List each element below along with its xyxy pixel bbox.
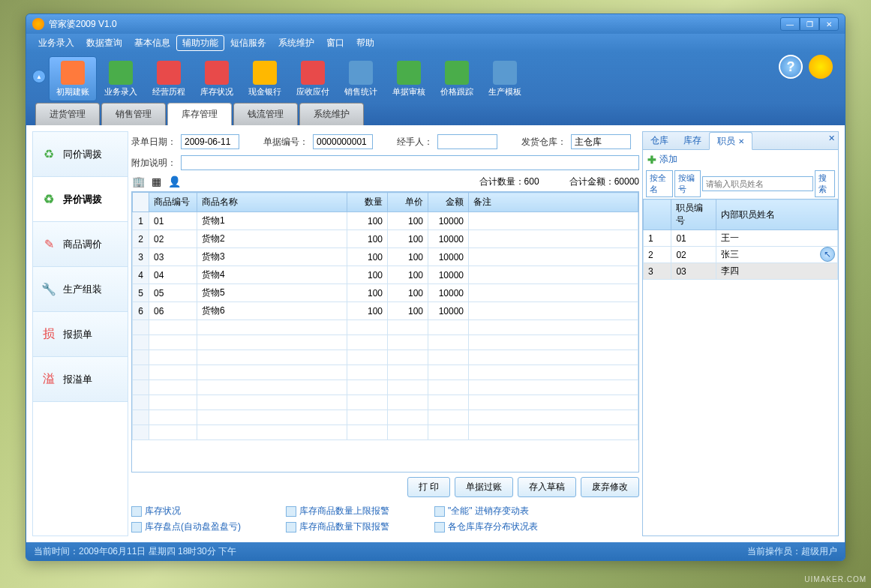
toolbar-button-0[interactable]: 初期建账 [49, 56, 97, 101]
tab-close-icon[interactable]: ✕ [738, 137, 744, 146]
toolbar-button-3[interactable]: 库存状况 [193, 56, 241, 101]
docno-input[interactable] [313, 134, 373, 149]
right-tab-0[interactable]: 仓库 [643, 132, 676, 149]
sidebar-item-1[interactable]: ♻异价调拨 [33, 177, 128, 222]
sidebar-item-4[interactable]: 损报损单 [33, 312, 128, 357]
table-row-empty[interactable] [133, 410, 638, 425]
main-tab-1[interactable]: 销售管理 [101, 103, 166, 125]
sidebar-item-2[interactable]: ✎商品调价 [33, 222, 128, 267]
sidebar-item-0[interactable]: ♻同价调拨 [33, 132, 128, 177]
handler-input[interactable] [437, 134, 497, 149]
main-tab-4[interactable]: 系统维护 [299, 103, 364, 125]
table-row-empty[interactable] [133, 395, 638, 410]
plus-icon: ✚ [647, 154, 656, 166]
grid-header[interactable] [133, 193, 149, 212]
table-row-empty[interactable] [133, 350, 638, 365]
table-row-empty[interactable] [133, 320, 638, 335]
right-tabs: 仓库库存职员✕ [643, 132, 838, 150]
filter-by-name-button[interactable]: 按全名 [646, 170, 673, 197]
quick-link[interactable]: 各仓库库存分布状况表 [434, 520, 538, 533]
toolbar-button-4[interactable]: 现金银行 [241, 56, 289, 101]
employee-grid[interactable]: 职员编号内部职员姓名101王一202张三303李四 ↖ [643, 199, 838, 536]
action-button-2[interactable]: 存入草稿 [518, 477, 576, 497]
quick-link[interactable]: "全能" 进销存变动表 [434, 505, 538, 518]
items-grid[interactable]: 商品编号商品名称数量单价金额备注101货物110010010000202货物21… [131, 191, 639, 472]
maximize-button[interactable]: ❐ [800, 17, 819, 31]
main-tab-2[interactable]: 库存管理 [167, 103, 232, 125]
menu-item-0[interactable]: 业务录入 [32, 35, 80, 51]
menu-item-1[interactable]: 数据查询 [80, 35, 128, 51]
menu-item-3[interactable]: 辅助功能 [176, 35, 224, 51]
scroll-up-icon[interactable]: ↖ [820, 247, 835, 262]
employee-row[interactable]: 303李四 [644, 263, 838, 280]
main-tab-3[interactable]: 钱流管理 [233, 103, 298, 125]
employee-row[interactable]: 101王一 [644, 230, 838, 247]
action-button-1[interactable]: 单据过账 [455, 477, 513, 497]
table-row-empty[interactable] [133, 335, 638, 350]
quick-link[interactable]: 库存状况 [131, 505, 241, 518]
building-icon[interactable]: 🏢 [131, 175, 145, 188]
toolbar-button-6[interactable]: 销售统计 [337, 56, 385, 101]
table-row[interactable]: 202货物210010010000 [133, 230, 638, 248]
table-row[interactable]: 505货物510010010000 [133, 284, 638, 302]
close-button[interactable]: ✕ [819, 17, 839, 31]
menu-item-2[interactable]: 基本信息 [128, 35, 176, 51]
right-grid-header[interactable]: 内部职员姓名 [716, 200, 838, 230]
table-row[interactable]: 404货物410010010000 [133, 266, 638, 284]
total-qty-label: 合计数量： [479, 176, 524, 187]
sidebar-item-3[interactable]: 🔧生产组装 [33, 267, 128, 312]
quick-link[interactable]: 库存商品数量下限报警 [286, 520, 389, 533]
help-icon[interactable]: ? [779, 55, 803, 79]
content-area: ♻同价调拨♻异价调拨✎商品调价🔧生产组装损报损单溢报溢单 录单日期： 单据编号：… [26, 125, 845, 542]
right-tab-2[interactable]: 职员✕ [709, 132, 752, 150]
main-tab-0[interactable]: 进货管理 [35, 103, 100, 125]
action-button-3[interactable]: 废弃修改 [581, 477, 639, 497]
status-time: 当前时间：2009年06月11日 星期四 18时30分 下午 [34, 545, 236, 558]
grid-header[interactable]: 商品编号 [149, 193, 197, 212]
table-row-empty[interactable] [133, 365, 638, 380]
grid-header[interactable]: 商品名称 [197, 193, 347, 212]
table-row[interactable]: 606货物610010010000 [133, 302, 638, 320]
employee-row[interactable]: 202张三 [644, 247, 838, 263]
menu-item-4[interactable]: 短信服务 [224, 35, 272, 51]
toolbar-icon [445, 61, 469, 85]
grid-header[interactable]: 金额 [428, 193, 469, 212]
menu-item-5[interactable]: 系统维护 [272, 35, 320, 51]
right-grid-header[interactable] [644, 200, 671, 230]
grid-header[interactable]: 备注 [469, 193, 638, 212]
grid-header[interactable]: 单价 [388, 193, 428, 212]
toolbar-button-7[interactable]: 单据审核 [385, 56, 433, 101]
right-grid-header[interactable]: 职员编号 [671, 200, 716, 230]
sidebar-item-5[interactable]: 溢报溢单 [33, 357, 128, 402]
toolbar-icon [109, 61, 133, 85]
table-row-empty[interactable] [133, 380, 638, 395]
quick-link[interactable]: 库存盘点(自动盘盈盘亏) [131, 520, 241, 533]
filter-by-code-button[interactable]: 按编号 [674, 170, 701, 197]
menu-item-6[interactable]: 窗口 [320, 35, 350, 51]
grid-header[interactable]: 数量 [347, 193, 388, 212]
table-row[interactable]: 303货物310010010000 [133, 248, 638, 266]
minimize-button[interactable]: — [780, 17, 800, 31]
table-row[interactable]: 101货物110010010000 [133, 212, 638, 230]
toolbar-button-1[interactable]: 业务录入 [97, 56, 145, 101]
quick-link[interactable]: 库存商品数量上限报警 [286, 505, 389, 518]
add-button[interactable]: ✚ 添加 [643, 150, 838, 169]
search-button[interactable]: 搜索 [815, 170, 835, 197]
toolbar-button-5[interactable]: 应收应付 [289, 56, 337, 101]
note-input[interactable] [181, 155, 639, 170]
collapse-toolbar-button[interactable]: ▲ [32, 70, 46, 83]
filter-input[interactable] [702, 176, 813, 191]
status-operator: 当前操作员：超级用户 [747, 545, 837, 558]
toolbar-button-9[interactable]: 生产模板 [481, 56, 529, 101]
menu-item-7[interactable]: 帮助 [350, 35, 380, 51]
toolbar-button-2[interactable]: 经营历程 [145, 56, 193, 101]
grid-icon[interactable]: ▦ [149, 175, 163, 188]
right-tab-1[interactable]: 库存 [676, 132, 709, 149]
toolbar-button-8[interactable]: 价格跟踪 [433, 56, 481, 101]
date-input[interactable] [181, 134, 239, 149]
action-button-0[interactable]: 打 印 [407, 477, 450, 497]
warehouse-input[interactable] [571, 134, 631, 149]
person-icon[interactable]: 👤 [167, 175, 181, 188]
table-row-empty[interactable] [133, 425, 638, 440]
panel-close-icon[interactable]: ✕ [828, 134, 835, 143]
